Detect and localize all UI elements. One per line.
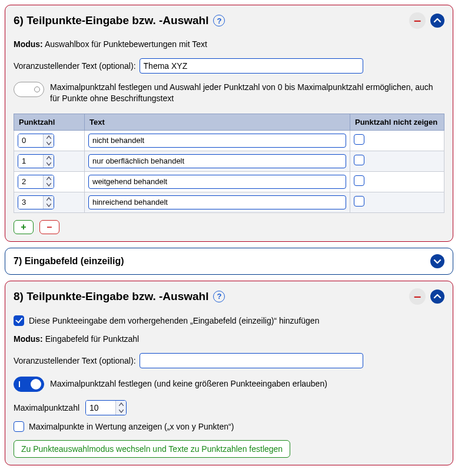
- stepper-up-icon[interactable]: [44, 196, 54, 202]
- stepper-up-icon[interactable]: [44, 175, 54, 182]
- prefix-label: Voranzustellender Text (optional):: [14, 61, 136, 71]
- panel-8-title: 8) Teilpunkte-Eingabe bzw. -Auswahl: [14, 290, 208, 303]
- panel-6: 6) Teilpunkte-Eingabe bzw. -Auswahl ? – …: [5, 5, 453, 242]
- mode-row: Modus: Auswahlbox für Punktebewertungen …: [14, 39, 444, 49]
- attach-row: Diese Punkteeingabe dem vorhergehenden „…: [14, 315, 444, 326]
- stepper-down-icon[interactable]: [44, 161, 54, 168]
- prefix-label: Voranzustellender Text (optional):: [14, 356, 136, 365]
- stepper-down-icon[interactable]: [44, 182, 54, 188]
- attach-checkbox[interactable]: [14, 315, 24, 326]
- stepper-down-icon[interactable]: [116, 408, 126, 415]
- max-value-row: Maximalpunktzahl: [14, 400, 444, 415]
- panel-7[interactable]: 7) Eingabefeld (einzeilig): [5, 248, 453, 275]
- prefix-row: Voranzustellender Text (optional):: [14, 58, 444, 74]
- remove-panel-button[interactable]: –: [409, 12, 426, 29]
- points-input[interactable]: [18, 175, 43, 188]
- col-points: Punktzahl: [14, 114, 85, 130]
- table-row: [14, 130, 444, 151]
- switch-mode-button[interactable]: Zu Punkteauswahlmodus wechseln und Texte…: [14, 440, 290, 458]
- max-toggle-row: Maximalpunktzahl festlegen (und keine gr…: [14, 377, 444, 392]
- showmax-text: Maximalpunkte in Wertung anzeigen („x vo…: [29, 422, 234, 431]
- panel-6-title: 6) Teilpunkte-Eingabe bzw. -Auswahl: [14, 14, 208, 27]
- table-row: [14, 171, 444, 192]
- help-icon[interactable]: ?: [213, 291, 225, 302]
- text-input[interactable]: [88, 154, 346, 168]
- points-spinner[interactable]: [18, 154, 54, 168]
- col-hide: Punktzahl nicht zeigen: [350, 114, 444, 130]
- text-input[interactable]: [88, 175, 346, 189]
- max-toggle-text: Maximalpunktzahl festlegen (und keine gr…: [50, 378, 327, 390]
- collapse-icon[interactable]: [430, 14, 444, 28]
- remove-row-button[interactable]: –: [39, 220, 59, 234]
- points-spinner[interactable]: [18, 175, 54, 189]
- panel-8-header: 8) Teilpunkte-Eingabe bzw. -Auswahl ? –: [14, 288, 444, 305]
- stepper-up-icon[interactable]: [44, 134, 54, 141]
- mode-label: Modus:: [14, 39, 43, 49]
- mode-value: Eingabefeld für Punktzahl: [45, 334, 140, 344]
- points-input[interactable]: [18, 196, 43, 209]
- prefix-row: Voranzustellender Text (optional):: [14, 353, 444, 368]
- expand-icon[interactable]: [430, 254, 444, 268]
- remove-panel-button[interactable]: –: [409, 288, 426, 305]
- max-toggle[interactable]: [14, 82, 44, 97]
- showmax-checkbox[interactable]: [14, 421, 24, 432]
- panel-6-header: 6) Teilpunkte-Eingabe bzw. -Auswahl ? –: [14, 12, 444, 29]
- col-text: Text: [85, 114, 350, 130]
- mode-value: Auswahlbox für Punktebewertungen mit Tex…: [45, 39, 207, 49]
- mode-label: Modus:: [14, 334, 43, 344]
- max-toggle-row: Maximalpunktzahl festlegen und Auswahl j…: [14, 82, 444, 104]
- panel-7-header: 7) Eingabefeld (einzeilig): [14, 254, 444, 268]
- mode-row: Modus: Eingabefeld für Punktzahl: [14, 334, 444, 344]
- add-row-button[interactable]: +: [14, 220, 34, 234]
- table-row: [14, 151, 444, 171]
- hide-checkbox[interactable]: [354, 196, 364, 207]
- hide-checkbox[interactable]: [354, 134, 364, 145]
- showmax-row: Maximalpunkte in Wertung anzeigen („x vo…: [14, 421, 444, 432]
- attach-text: Diese Punkteeingabe dem vorhergehenden „…: [29, 316, 319, 325]
- panel-7-title: 7) Eingabefeld (einzeilig): [14, 256, 124, 267]
- collapse-icon[interactable]: [430, 289, 444, 304]
- max-toggle-text: Maximalpunktzahl festlegen und Auswahl j…: [50, 82, 444, 104]
- text-input[interactable]: [88, 195, 346, 209]
- hide-checkbox[interactable]: [354, 155, 364, 165]
- hide-checkbox[interactable]: [354, 175, 364, 186]
- max-spinner[interactable]: [85, 400, 127, 415]
- points-input[interactable]: [18, 155, 43, 168]
- panel-8: 8) Teilpunkte-Eingabe bzw. -Auswahl ? – …: [5, 281, 453, 465]
- points-table: Punktzahl Text Punktzahl nicht zeigen: [14, 114, 444, 213]
- stepper-down-icon[interactable]: [44, 141, 54, 147]
- max-toggle[interactable]: [14, 377, 44, 392]
- points-spinner[interactable]: [18, 195, 54, 209]
- help-icon[interactable]: ?: [213, 15, 225, 26]
- stepper-up-icon[interactable]: [44, 155, 54, 161]
- max-input[interactable]: [86, 401, 115, 415]
- stepper-down-icon[interactable]: [44, 202, 54, 209]
- row-buttons: + –: [14, 220, 444, 234]
- points-input[interactable]: [18, 134, 43, 147]
- text-input[interactable]: [88, 134, 346, 148]
- max-label: Maximalpunktzahl: [14, 403, 79, 412]
- table-row: [14, 192, 444, 212]
- points-spinner[interactable]: [18, 134, 54, 148]
- prefix-input[interactable]: [140, 58, 363, 74]
- prefix-input[interactable]: [140, 353, 363, 368]
- stepper-up-icon[interactable]: [116, 401, 126, 408]
